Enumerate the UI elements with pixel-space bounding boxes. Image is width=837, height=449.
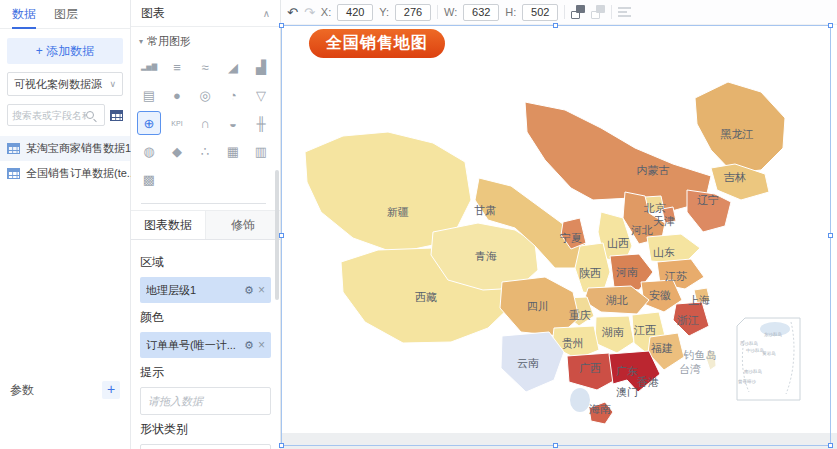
inset-label: 西沙群岛 (740, 340, 758, 346)
field-chip-region[interactable]: 地理层级1 ⚙ × (140, 277, 271, 303)
province-label: 陕西 (579, 267, 601, 279)
province-label: 广西 (579, 362, 601, 374)
province-label: 青海 (475, 250, 497, 262)
funnel-chart-icon[interactable]: ▽ (249, 83, 273, 107)
liquid-chart-icon[interactable]: ◒ (221, 111, 245, 135)
province-label: 宁夏 (560, 232, 582, 244)
area-chart-icon[interactable]: ◢ (221, 55, 245, 79)
combo-chart-icon[interactable]: ▟ (249, 55, 273, 79)
collapse-icon[interactable]: ∧ (263, 8, 270, 19)
field-wells: 区域 地理层级1 ⚙ × 颜色 订单单号(唯一计... ⚙ × 提示 请拖入数据… (131, 240, 280, 449)
province-label: 吉林 (723, 171, 746, 183)
field-drop-shape-type[interactable]: 请拖入数据 (140, 444, 271, 449)
datasource-select[interactable]: 可视化案例数据源 ∨ (7, 72, 123, 96)
province-label: 内蒙古 (637, 164, 670, 176)
bar-chart-icon[interactable]: ▂▅▇ (137, 55, 161, 79)
province-label: 四川 (527, 300, 549, 312)
dataset-name: 某淘宝商家销售数据1... (26, 141, 140, 156)
map-label-钓鱼岛: 钓鱼岛 (683, 349, 717, 361)
province-label: 天津 (653, 215, 675, 227)
table-icon (7, 143, 20, 154)
province-label: 广东 (616, 365, 638, 377)
province-内蒙古[interactable] (525, 102, 711, 212)
field-chip-color[interactable]: 订单单号(唯一计... ⚙ × (140, 332, 271, 358)
dataset-item[interactable]: 某淘宝商家销售数据1... (0, 136, 130, 161)
bar-horizontal-chart-icon[interactable]: ≡ (165, 55, 189, 79)
chart-type-grid: ▂▅▇≡≈◢▟▤●◎◔▽⊕KPI∩◒╫◍◆∴▦▥▩ (131, 51, 280, 195)
paste-icon (591, 5, 605, 19)
gear-icon[interactable]: ⚙ (244, 339, 254, 352)
point-map-chart-icon[interactable]: ∴ (193, 139, 217, 163)
map-label-台湾: 台湾 (679, 363, 701, 375)
table-chart-icon[interactable]: ▦ (221, 139, 245, 163)
pivot-table-chart-icon[interactable]: ▥ (249, 139, 273, 163)
province-label: 河北 (631, 224, 653, 236)
world-map-chart-icon[interactable]: ◍ (137, 139, 161, 163)
h-input[interactable] (522, 4, 558, 21)
remove-icon[interactable]: × (258, 338, 265, 352)
field-drop-tooltip[interactable]: 请拖入数据 (140, 387, 271, 415)
tab-layers[interactable]: 图层 (54, 0, 78, 29)
panel-scrollbar[interactable] (275, 170, 279, 300)
map-chart-icon[interactable]: ⊕ (137, 111, 161, 135)
tab-data[interactable]: 数据 (12, 0, 36, 29)
province-label: 山西 (607, 237, 629, 249)
province-label: 上海 (688, 294, 710, 306)
rose-chart-icon[interactable]: ◔ (221, 83, 245, 107)
dataset-list: 某淘宝商家销售数据1... 全国销售订单数据(te... (0, 136, 130, 186)
duplicate-icon[interactable] (571, 5, 585, 19)
search-input[interactable] (12, 110, 86, 121)
province-label: 山东 (653, 246, 675, 258)
province-label: 江西 (633, 324, 656, 336)
pie-chart-icon[interactable]: ● (165, 83, 189, 107)
y-label: Y: (379, 6, 389, 18)
search-icon (86, 111, 94, 119)
province-label: 河南 (616, 266, 638, 278)
chevron-down-icon: ∨ (109, 79, 116, 89)
tab-decorate[interactable]: 修饰 (205, 211, 280, 239)
donut-chart-icon[interactable]: ◎ (193, 83, 217, 107)
common-charts-section[interactable]: ▾ 常用图形 (131, 27, 280, 51)
tab-chart-data[interactable]: 图表数据 (131, 211, 205, 239)
province-label: 贵州 (562, 337, 584, 349)
section-label: 常用图形 (147, 34, 191, 49)
map-title-badge[interactable]: 全国销售地图 (309, 29, 445, 58)
province-label: 江苏 (664, 270, 687, 282)
undo-icon[interactable]: ↶ (287, 6, 298, 19)
canvas-area: ↶ ↷ X: Y: W: H: 东沙群岛西沙群岛中沙群岛黄岩岛南沙群岛曾母暗沙新… (281, 0, 837, 449)
province-label: 安徽 (649, 289, 671, 301)
x-input[interactable] (337, 4, 373, 21)
china-map-chart-icon[interactable]: ◆ (165, 139, 189, 163)
remove-icon[interactable]: × (258, 283, 265, 297)
province-label: 辽宁 (697, 194, 719, 206)
gear-icon[interactable]: ⚙ (244, 284, 254, 297)
field-label-tooltip: 提示 (140, 364, 271, 381)
gauge-chart-icon[interactable]: ∩ (193, 111, 217, 135)
redo-icon[interactable]: ↷ (304, 6, 315, 19)
y-input[interactable] (395, 4, 431, 21)
toolbar-divider (564, 5, 565, 19)
province-label: 黑龙江 (721, 128, 754, 140)
province-label: 重庆 (569, 309, 591, 321)
add-param-button[interactable]: + (102, 381, 120, 399)
matrix-chart-icon[interactable]: ▩ (137, 167, 161, 191)
candlestick-chart-icon[interactable]: ╫ (249, 111, 273, 135)
china-sales-map[interactable]: 东沙群岛西沙群岛中沙群岛黄岩岛南沙群岛曾母暗沙新疆西藏青海甘肃内蒙古黑龙江吉林辽… (283, 40, 807, 440)
align-icon[interactable] (618, 7, 631, 18)
add-data-button[interactable]: + 添加数据 (7, 38, 123, 64)
chip-text: 订单单号(唯一计... (146, 338, 240, 353)
province-label: 福建 (651, 342, 673, 354)
line-chart-icon[interactable]: ≈ (193, 55, 217, 79)
province-label: 西藏 (415, 291, 437, 303)
dataset-item[interactable]: 全国销售订单数据(te... (0, 161, 130, 186)
search-field[interactable] (7, 104, 105, 126)
w-input[interactable] (463, 4, 499, 21)
params-label: 参数 (10, 382, 34, 399)
toolbar-divider (611, 5, 612, 19)
data-sidebar: 数据 图层 + 添加数据 可视化案例数据源 ∨ 某淘宝商家销售数据1... 全国… (0, 0, 131, 449)
sidebar-tabbar: 数据 图层 (0, 0, 130, 29)
w-label: W: (444, 6, 457, 18)
new-table-icon[interactable] (110, 110, 123, 121)
kpi-card-icon[interactable]: KPI (165, 111, 189, 135)
list-chart-icon[interactable]: ▤ (137, 83, 161, 107)
